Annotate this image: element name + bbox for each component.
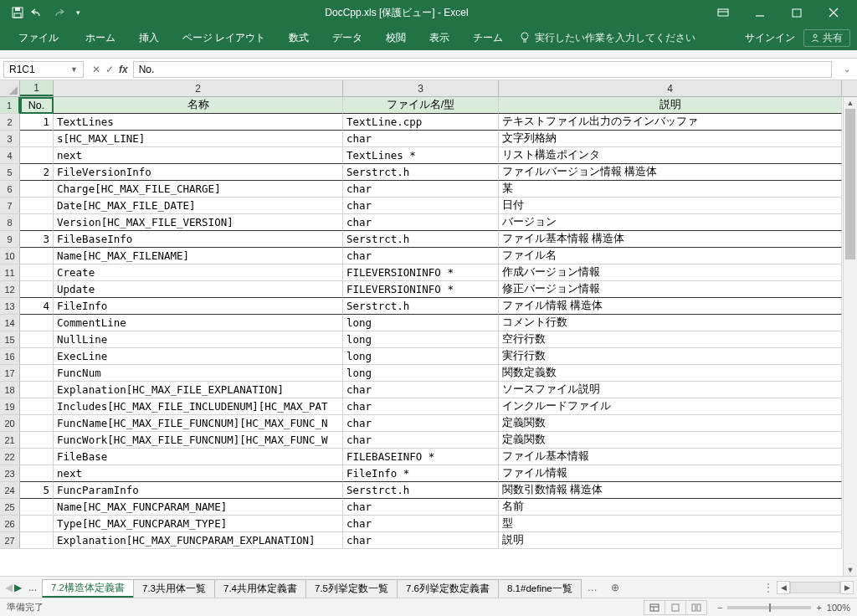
scrollbar-thumb[interactable] — [845, 109, 855, 259]
cell[interactable]: バージョン — [499, 214, 842, 231]
cell[interactable]: Name[HC_MAX_FILENAME] — [54, 248, 343, 264]
cell[interactable]: Serstrct.h — [343, 164, 499, 181]
cell[interactable] — [20, 365, 54, 382]
cell[interactable] — [20, 449, 54, 465]
cell[interactable] — [20, 147, 54, 164]
scroll-left-icon[interactable]: ◀ — [777, 581, 790, 594]
cell[interactable]: テキストファイル出力のラインバッファ — [499, 114, 842, 131]
row-header[interactable]: 25 — [0, 499, 20, 516]
row-header[interactable]: 4 — [0, 147, 20, 164]
cell[interactable]: TextLines * — [343, 147, 499, 164]
row-header[interactable]: 7 — [0, 198, 20, 214]
page-layout-view-icon[interactable] — [665, 600, 686, 615]
cell[interactable]: char — [343, 516, 499, 532]
minimize-icon[interactable] — [745, 3, 775, 22]
formula-input[interactable]: No. — [133, 61, 832, 78]
ribbon-tab[interactable]: チーム — [461, 25, 515, 50]
cell[interactable]: 文字列格納 — [499, 131, 842, 147]
row-header[interactable]: 9 — [0, 231, 20, 248]
sheet-tab[interactable]: 7.5列挙定数一覧 — [305, 579, 398, 598]
cell[interactable] — [20, 264, 54, 281]
cell[interactable] — [20, 382, 54, 398]
cancel-icon[interactable]: ✕ — [92, 64, 100, 75]
sheet-tab[interactable]: 7.3共用体一覧 — [133, 579, 215, 598]
cell[interactable]: 4 — [20, 298, 54, 315]
cell[interactable]: ExecLine — [54, 348, 343, 365]
cell[interactable]: char — [343, 415, 499, 432]
cell[interactable]: Charge[HC_MAX_FILE_CHARGE] — [54, 181, 343, 198]
cell[interactable]: char — [343, 432, 499, 449]
cell[interactable]: Serstrct.h — [343, 231, 499, 248]
cell[interactable]: 定義関数 — [499, 432, 842, 449]
row-header[interactable]: 21 — [0, 432, 20, 449]
cell[interactable]: 実行行数 — [499, 348, 842, 365]
tell-me-search[interactable]: 実行したい作業を入力してください — [520, 31, 695, 45]
cell[interactable]: long — [343, 315, 499, 331]
cell[interactable] — [20, 331, 54, 348]
cell[interactable]: 関数定義数 — [499, 365, 842, 382]
sheet-tab[interactable]: 7.4共用体定義書 — [214, 579, 306, 598]
cell[interactable]: TextLine.cpp — [343, 114, 499, 131]
cell[interactable] — [20, 248, 54, 264]
cell[interactable]: ファイルバージョン情報 構造体 — [499, 164, 842, 181]
cell[interactable]: Serstrct.h — [343, 482, 499, 499]
cell[interactable]: FileInfo * — [343, 465, 499, 482]
cell[interactable]: next — [54, 147, 343, 164]
cell[interactable]: 説明 — [499, 532, 842, 549]
cell[interactable]: char — [343, 382, 499, 398]
cell[interactable] — [20, 181, 54, 198]
row-header[interactable]: 17 — [0, 365, 20, 382]
cell[interactable] — [20, 415, 54, 432]
zoom-slider[interactable] — [727, 606, 811, 609]
ribbon-tab[interactable]: データ — [321, 25, 374, 50]
cell[interactable]: 名称 — [54, 97, 343, 114]
cell[interactable]: FILEBASEINFO * — [343, 449, 499, 465]
cell[interactable]: 説明 — [499, 97, 842, 114]
vertical-scrollbar[interactable]: ▲ ▼ — [843, 97, 857, 576]
sheet-nav-prev-icon[interactable]: ◀ — [5, 582, 13, 593]
cell[interactable]: FuncParamInfo — [54, 482, 343, 499]
column-header[interactable]: 1 — [20, 80, 54, 96]
row-header[interactable]: 13 — [0, 298, 20, 315]
cell[interactable]: コメント行数 — [499, 315, 842, 331]
cell[interactable]: 作成バージョン情報 — [499, 264, 842, 281]
row-header[interactable]: 8 — [0, 214, 20, 231]
row-header[interactable]: 19 — [0, 398, 20, 415]
select-all-corner[interactable] — [0, 80, 20, 96]
hscroll-track[interactable] — [790, 582, 840, 593]
row-header[interactable]: 14 — [0, 315, 20, 331]
cell[interactable]: Version[HC_MAX_FILE_VERSION] — [54, 214, 343, 231]
cell[interactable]: ファイル情報 — [499, 465, 842, 482]
cell[interactable]: Date[HC_MAX_FILE_DATE] — [54, 198, 343, 214]
sheet-tab[interactable]: 8.1#define一覧 — [498, 579, 582, 598]
row-header[interactable]: 24 — [0, 482, 20, 499]
cell[interactable] — [20, 398, 54, 415]
cell[interactable]: 某 — [499, 181, 842, 198]
cell[interactable]: FuncNum — [54, 365, 343, 382]
name-box[interactable]: R1C1 ▼ — [3, 61, 84, 78]
cell[interactable] — [20, 214, 54, 231]
cell[interactable]: FILEVERSIONINFO * — [343, 264, 499, 281]
undo-icon[interactable] — [30, 5, 45, 20]
maximize-icon[interactable] — [782, 3, 812, 22]
close-icon[interactable] — [819, 3, 849, 22]
cell[interactable]: 日付 — [499, 198, 842, 214]
cell[interactable]: ファイル情報 構造体 — [499, 298, 842, 315]
cell[interactable]: 関数引数情報 構造体 — [499, 482, 842, 499]
column-header[interactable]: 4 — [499, 80, 842, 96]
cell[interactable] — [20, 315, 54, 331]
cell[interactable]: 3 — [20, 231, 54, 248]
ribbon-display-icon[interactable] — [708, 3, 738, 22]
cell[interactable]: 型 — [499, 516, 842, 532]
sheet-list-ellipsis[interactable]: ... — [28, 582, 37, 593]
row-header[interactable]: 26 — [0, 516, 20, 532]
cell[interactable]: リスト構造ポインタ — [499, 147, 842, 164]
row-header[interactable]: 6 — [0, 181, 20, 198]
cell[interactable]: FuncName[HC_MAX_FILE_FUNCNUM][HC_MAX_FUN… — [54, 415, 343, 432]
cell[interactable]: No. — [20, 97, 54, 114]
ribbon-tab[interactable]: ホーム — [74, 25, 127, 50]
enter-icon[interactable]: ✓ — [105, 64, 114, 75]
fx-icon[interactable]: fx — [119, 64, 128, 75]
row-header[interactable]: 15 — [0, 331, 20, 348]
cell[interactable]: Type[HC_MAX_FUNCPARAM_TYPE] — [54, 516, 343, 532]
